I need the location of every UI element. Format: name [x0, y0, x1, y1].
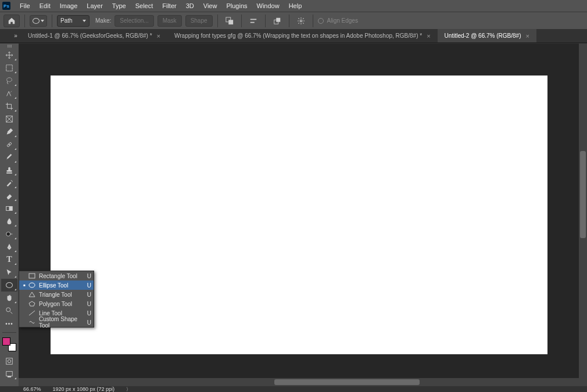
svg-point-14 [6, 232, 10, 236]
make-selection-button[interactable]: Selection... [114, 15, 153, 27]
crop-tool[interactable] [1, 100, 17, 113]
path-arrange-button[interactable] [270, 15, 284, 27]
document-tabs-bar: » Untitled-1 @ 66.7% (GeeksforGeeks, RGB… [0, 29, 587, 43]
flyout-polygon[interactable]: Polygon Tool U [19, 299, 94, 308]
svg-rect-17 [6, 358, 13, 365]
quick-mask-toggle[interactable] [1, 355, 17, 368]
scrollbar-thumb[interactable] [580, 151, 586, 238]
lasso-tool[interactable] [1, 74, 17, 87]
quick-select-tool[interactable] [1, 87, 17, 100]
shape-tool-flyout: Rectangle Tool U ■ Ellipse Tool U Triang… [19, 271, 94, 328]
marquee-tool[interactable] [1, 62, 17, 74]
tab-scroll-icon[interactable]: » [10, 29, 21, 42]
ellipse-icon [27, 282, 37, 288]
menu-help[interactable]: Help [284, 2, 307, 9]
eraser-tool[interactable] [1, 189, 17, 202]
svg-rect-2 [250, 19, 256, 20]
menu-bar: Ps File Edit Image Layer Type Select Fil… [0, 0, 587, 12]
doc-tab-2[interactable]: Wrapping font types gfg @ 66.7% (Wrappin… [167, 29, 438, 42]
menu-layer[interactable]: Layer [82, 2, 108, 9]
grip-icon[interactable] [4, 45, 15, 48]
canvas-viewport[interactable] [19, 44, 587, 386]
path-align-button[interactable] [246, 15, 260, 27]
healing-tool[interactable] [1, 138, 17, 151]
svg-point-16 [6, 308, 10, 312]
svg-rect-21 [29, 274, 35, 278]
shape-tool[interactable] [1, 279, 17, 292]
svg-rect-1 [228, 20, 233, 24]
flyout-key: U [85, 301, 91, 307]
tool-mode-select[interactable]: Path [57, 15, 90, 27]
rectangle-icon [27, 273, 37, 279]
menu-type[interactable]: Type [108, 2, 131, 9]
flyout-ellipse[interactable]: ■ Ellipse Tool U [19, 280, 94, 290]
move-tool[interactable] [1, 49, 17, 62]
pen-tool[interactable] [1, 240, 17, 253]
flyout-key: U [85, 319, 91, 326]
menu-edit[interactable]: Edit [35, 2, 55, 9]
doc-tab-title: Wrapping font types gfg @ 66.7% (Wrappin… [174, 33, 422, 39]
shape-preset-picker[interactable] [30, 15, 47, 27]
more-tools[interactable]: ••• [1, 317, 17, 330]
chevron-down-icon [83, 20, 86, 22]
doc-tab-1[interactable]: Untitled-1 @ 66.7% (GeeksforGeeks, RGB/8… [21, 29, 167, 42]
menu-filter[interactable]: Filter [158, 2, 181, 9]
brush-tool[interactable] [1, 151, 17, 164]
history-brush-tool[interactable] [1, 177, 17, 189]
flyout-label: Polygon Tool [37, 301, 85, 307]
make-shape-button[interactable]: Shape [185, 15, 213, 27]
eyedropper-tool[interactable] [1, 125, 17, 138]
gradient-tool[interactable] [1, 202, 17, 215]
flyout-triangle[interactable]: Triangle Tool U [19, 290, 94, 299]
flyout-custom-shape[interactable]: Custom Shape Tool U [19, 318, 94, 327]
scrollbar-vertical[interactable] [579, 44, 587, 386]
stamp-tool[interactable] [1, 164, 17, 177]
document-canvas[interactable] [51, 75, 547, 354]
align-edges-label: Align Edges [327, 17, 358, 24]
home-button[interactable] [3, 15, 20, 27]
path-select-tool[interactable] [1, 266, 17, 279]
menu-view[interactable]: View [199, 2, 222, 9]
zoom-tool[interactable] [1, 304, 17, 317]
flyout-label: Ellipse Tool [37, 282, 85, 289]
workspace: T ••• Rectangle Tool U ■ Ellipse Tool [0, 44, 587, 386]
svg-point-6 [300, 20, 302, 22]
screen-mode-toggle[interactable] [1, 368, 17, 380]
frame-tool[interactable] [1, 113, 17, 125]
doc-dimensions: 1920 px x 1080 px (72 ppi) [53, 386, 115, 392]
menu-image[interactable]: Image [55, 2, 83, 9]
tool-mode-value: Path [60, 17, 73, 24]
make-mask-button[interactable]: Mask [158, 15, 182, 27]
flyout-rectangle[interactable]: Rectangle Tool U [19, 271, 94, 280]
menu-select[interactable]: Select [131, 2, 158, 9]
close-icon[interactable]: × [427, 33, 430, 39]
foreground-color-swatch[interactable] [2, 337, 10, 346]
doc-tab-3[interactable]: Untitled-2 @ 66.7% (RGB/8#) × [438, 29, 536, 42]
svg-rect-5 [276, 17, 280, 21]
gear-button[interactable] [294, 15, 308, 27]
close-icon[interactable]: × [157, 33, 160, 39]
scrollbar-thumb[interactable] [274, 379, 420, 385]
menu-file[interactable]: File [15, 2, 35, 9]
path-ops-button[interactable] [223, 15, 237, 27]
flyout-label: Line Tool [37, 310, 85, 317]
type-tool[interactable]: T [1, 253, 17, 266]
blur-tool[interactable] [1, 215, 17, 228]
menu-3d[interactable]: 3D [181, 2, 199, 9]
menu-plugins[interactable]: Plugins [221, 2, 252, 9]
polygon-icon [27, 301, 37, 307]
color-swatches[interactable] [2, 337, 16, 351]
make-label: Make: [95, 17, 111, 24]
align-edges-radio[interactable] [318, 18, 324, 24]
dodge-tool[interactable] [1, 228, 17, 240]
close-icon[interactable]: × [525, 33, 529, 39]
svg-point-22 [29, 283, 35, 287]
flyout-key: U [85, 282, 91, 289]
hand-tool[interactable] [1, 292, 17, 304]
chevron-down-icon [41, 20, 44, 22]
menu-window[interactable]: Window [252, 2, 284, 9]
zoom-level[interactable]: 66.67% [23, 386, 41, 392]
flyout-key: U [85, 273, 91, 279]
ellipse-icon [33, 18, 40, 24]
scrollbar-horizontal[interactable] [19, 378, 579, 386]
